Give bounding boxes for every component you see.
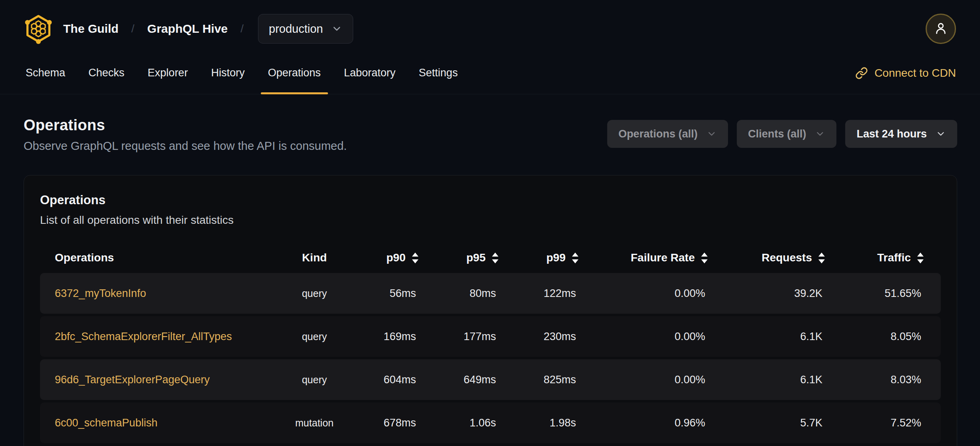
table-row: 96d6_TargetExplorerPageQuery query 604ms… <box>40 359 941 400</box>
tab-checks[interactable]: Checks <box>87 48 126 94</box>
tab-explorer[interactable]: Explorer <box>146 48 190 94</box>
col-p95-sort[interactable]: p95 <box>418 251 498 264</box>
col-traffic-label: Traffic <box>877 251 911 264</box>
cell-p95: 80ms <box>418 287 498 300</box>
target-selector[interactable]: production <box>258 14 353 44</box>
cell-traffic: 51.65% <box>825 287 924 300</box>
sort-arrows-icon <box>701 253 708 263</box>
cell-p99: 230ms <box>498 331 578 343</box>
page-title-block: Operations Observe GraphQL requests and … <box>24 117 347 153</box>
cell-requests: 6.1K <box>708 331 825 343</box>
cell-p99: 122ms <box>498 287 578 300</box>
user-menu-button[interactable] <box>926 14 956 44</box>
cell-traffic: 7.52% <box>825 417 924 429</box>
col-p99-sort[interactable]: p99 <box>498 251 578 264</box>
chevron-down-icon <box>815 129 825 139</box>
col-requests-sort[interactable]: Requests <box>708 251 825 264</box>
tab-settings[interactable]: Settings <box>417 48 460 94</box>
main-nav: Schema Checks Explorer History Operation… <box>0 48 980 94</box>
cell-p90: 678ms <box>338 417 418 429</box>
cell-failure-rate: 0.00% <box>578 287 708 300</box>
table-row: 6372_myTokenInfo query 56ms 80ms 122ms 0… <box>40 273 941 314</box>
cell-p95: 1.06s <box>418 417 498 429</box>
connect-to-cdn-label: Connect to CDN <box>874 67 956 80</box>
cell-traffic: 8.03% <box>825 374 924 386</box>
tab-schema[interactable]: Schema <box>24 48 67 94</box>
cell-p95: 177ms <box>418 331 498 343</box>
hive-logo-icon[interactable] <box>23 13 54 44</box>
col-operations: Operations <box>40 251 290 264</box>
cell-p90: 604ms <box>338 374 418 386</box>
operations-filter-dropdown[interactable]: Operations (all) <box>607 120 728 148</box>
cell-requests: 6.1K <box>708 374 825 386</box>
cell-kind: query <box>290 288 338 299</box>
col-failure-rate-sort[interactable]: Failure Rate <box>578 251 708 264</box>
filters-bar: Operations (all) Clients (all) Last 24 h… <box>607 120 957 148</box>
cell-kind: query <box>290 374 338 386</box>
breadcrumb-separator: / <box>240 22 244 35</box>
col-kind: Kind <box>290 251 338 264</box>
col-p90-sort[interactable]: p90 <box>338 251 418 264</box>
cell-kind: mutation <box>290 417 338 429</box>
card-title: Operations <box>40 193 941 207</box>
tab-operations[interactable]: Operations <box>266 48 322 94</box>
cell-failure-rate: 0.96% <box>578 417 708 429</box>
col-requests-label: Requests <box>762 251 812 264</box>
operations-filter-label: Operations (all) <box>618 128 698 140</box>
operations-card: Operations List of all operations with t… <box>24 175 957 446</box>
target-selector-value: production <box>269 22 323 36</box>
page-header-section: Operations Observe GraphQL requests and … <box>0 94 980 153</box>
breadcrumb-separator: / <box>131 22 134 35</box>
cell-kind: query <box>290 331 338 342</box>
cell-traffic: 8.05% <box>825 331 924 343</box>
date-range-dropdown[interactable]: Last 24 hours <box>845 120 957 148</box>
chevron-down-icon <box>706 129 717 139</box>
brand-row: The Guild / GraphQL Hive / production <box>0 0 980 48</box>
sort-arrows-icon <box>572 253 578 263</box>
page-subtitle: Observe GraphQL requests and see how the… <box>24 139 347 153</box>
col-failure-rate-label: Failure Rate <box>631 251 695 264</box>
table-row: 6c00_schemaPublish mutation 678ms 1.06s … <box>40 402 941 443</box>
cell-p90: 56ms <box>338 287 418 300</box>
cell-failure-rate: 0.00% <box>578 331 708 343</box>
table-row: 2bfc_SchemaExplorerFilter_AllTypes query… <box>40 316 941 357</box>
clients-filter-dropdown[interactable]: Clients (all) <box>737 120 837 148</box>
clients-filter-label: Clients (all) <box>748 128 806 140</box>
col-p99-label: p99 <box>546 251 566 264</box>
connect-to-cdn-link[interactable]: Connect to CDN <box>855 48 956 94</box>
cell-p99: 1.98s <box>498 417 578 429</box>
sort-arrows-icon <box>818 253 825 263</box>
page-title: Operations <box>24 117 347 134</box>
cell-requests: 5.7K <box>708 417 825 429</box>
operation-link[interactable]: 6c00_schemaPublish <box>40 417 290 429</box>
operations-table: Operations Kind p90 p95 p99 Failure Rate… <box>40 243 941 443</box>
cell-p95: 649ms <box>418 374 498 386</box>
chevron-down-icon <box>936 129 946 139</box>
cell-requests: 39.2K <box>708 287 825 300</box>
breadcrumb-project[interactable]: GraphQL Hive <box>147 22 228 36</box>
operation-link[interactable]: 6372_myTokenInfo <box>40 287 290 300</box>
col-traffic-sort[interactable]: Traffic <box>825 251 924 264</box>
tab-history[interactable]: History <box>210 48 246 94</box>
sort-arrows-icon <box>492 253 498 263</box>
tab-laboratory[interactable]: Laboratory <box>342 48 397 94</box>
top-header: The Guild / GraphQL Hive / production Sc… <box>0 0 980 94</box>
table-header-row: Operations Kind p90 p95 p99 Failure Rate… <box>40 243 941 273</box>
cell-p90: 169ms <box>338 331 418 343</box>
cell-p99: 825ms <box>498 374 578 386</box>
sort-arrows-icon <box>917 253 924 263</box>
card-subtitle: List of all operations with their statis… <box>40 214 941 227</box>
col-p90-label: p90 <box>386 251 406 264</box>
sort-arrows-icon <box>412 253 418 263</box>
operation-link[interactable]: 96d6_TargetExplorerPageQuery <box>40 374 290 386</box>
date-range-label: Last 24 hours <box>856 128 927 140</box>
link-icon <box>855 67 868 80</box>
col-p95-label: p95 <box>466 251 486 264</box>
user-icon <box>933 20 949 38</box>
operation-link[interactable]: 2bfc_SchemaExplorerFilter_AllTypes <box>40 331 290 343</box>
chevron-down-icon <box>331 23 342 34</box>
breadcrumb-org[interactable]: The Guild <box>63 22 118 36</box>
cell-failure-rate: 0.00% <box>578 374 708 386</box>
